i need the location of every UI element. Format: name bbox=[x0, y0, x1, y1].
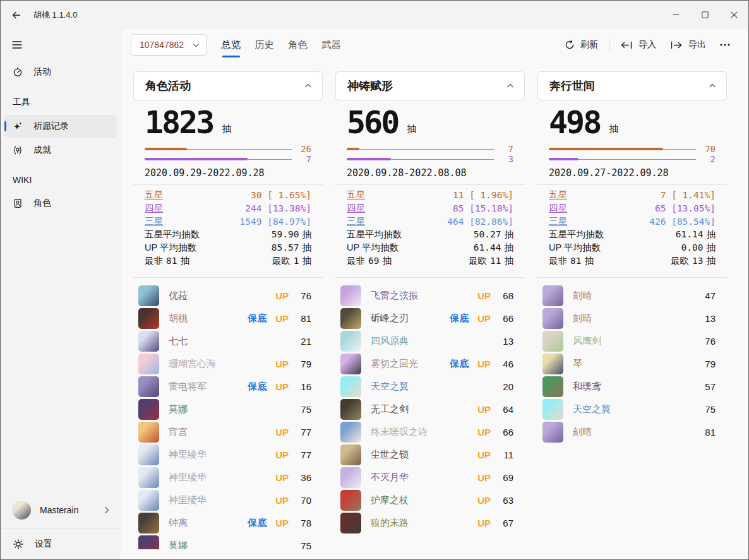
item-avatar bbox=[340, 376, 361, 397]
pull-list-item[interactable]: 雾切之回光 保底 UP 46 bbox=[340, 352, 513, 375]
five-star-link[interactable]: 五星 bbox=[347, 189, 365, 201]
sidebar-item-label: 祈愿记录 bbox=[33, 121, 69, 132]
pull-list-item[interactable]: 神里绫华 UP 70 bbox=[138, 489, 311, 511]
pull-list-item[interactable]: 护摩之杖 UP 63 bbox=[340, 489, 513, 511]
item-name: 狼的末路 bbox=[371, 517, 469, 529]
pull-list-item[interactable]: 胡桃 保底 UP 81 bbox=[138, 307, 311, 330]
maximize-button[interactable] bbox=[690, 1, 719, 29]
pull-list-item[interactable]: 天空之翼 75 bbox=[542, 398, 716, 420]
chevron-up-icon[interactable] bbox=[304, 82, 312, 90]
item-count: 77 bbox=[297, 450, 311, 460]
tab-overview[interactable]: 总览 bbox=[220, 29, 242, 61]
pull-list-item[interactable]: 风鹰剑 76 bbox=[542, 330, 716, 352]
avg-five-label: 五星平均抽数 bbox=[145, 229, 200, 241]
pull-list-item[interactable]: 优菈 UP 76 bbox=[138, 284, 311, 307]
close-icon bbox=[731, 11, 738, 18]
four-star-link[interactable]: 四星 bbox=[347, 202, 365, 214]
five-star-pity-value: 26 bbox=[297, 144, 311, 154]
pull-list-item[interactable]: 刻晴 47 bbox=[542, 284, 716, 307]
pull-list-item[interactable]: 神里绫华 UP 36 bbox=[138, 466, 311, 489]
avg-up-value: 61.44抽 bbox=[474, 242, 513, 254]
import-button[interactable]: 导入 bbox=[613, 34, 663, 56]
pull-list-item[interactable]: 琴 79 bbox=[542, 352, 716, 375]
five-star-link[interactable]: 五星 bbox=[145, 189, 163, 201]
export-arrow-icon bbox=[670, 41, 683, 49]
tab-history[interactable]: 历史 bbox=[253, 29, 275, 61]
pull-list-item[interactable]: 刻晴 13 bbox=[542, 307, 716, 330]
item-name: 尘世之锁 bbox=[371, 449, 469, 461]
pull-list-item[interactable]: 刻晴 81 bbox=[542, 420, 716, 443]
tab-character[interactable]: 角色 bbox=[287, 29, 309, 61]
pull-list-item[interactable]: 四风原典 13 bbox=[340, 330, 513, 352]
pull-list-item[interactable]: 莫娜 75 bbox=[138, 398, 311, 420]
chevron-up-icon[interactable] bbox=[506, 82, 514, 90]
pull-list-item[interactable]: 七七 21 bbox=[138, 330, 311, 352]
menu-toggle-button[interactable] bbox=[4, 34, 30, 56]
total-pulls-row: 498 抽 bbox=[549, 105, 716, 140]
pull-list-item[interactable]: 无工之剑 UP 64 bbox=[340, 398, 513, 420]
pull-list-item[interactable]: 斫峰之刃 保底 UP 66 bbox=[340, 307, 513, 330]
item-count: 66 bbox=[500, 427, 513, 438]
pull-list-item[interactable]: 天空之翼 20 bbox=[340, 375, 513, 398]
item-avatar bbox=[542, 285, 563, 306]
banner-card-header[interactable]: 奔行世间 bbox=[537, 71, 727, 100]
avg-up-value: 0.00抽 bbox=[681, 242, 716, 254]
sidebar-item-characters[interactable]: 角色 bbox=[4, 192, 117, 215]
sidebar-item-activity[interactable]: 活动 bbox=[4, 61, 117, 83]
tab-weapon[interactable]: 武器 bbox=[320, 29, 342, 61]
three-star-link[interactable]: 三星 bbox=[145, 215, 163, 227]
banner-panel: 神铸赋形 560 抽 7 3 2020.09.28-2022.08.08 bbox=[335, 71, 525, 549]
uid-selector[interactable]: 107847862 bbox=[131, 34, 207, 56]
five-star-link[interactable]: 五星 bbox=[549, 189, 567, 201]
pull-list-item[interactable]: 莫娜 75 bbox=[138, 534, 311, 549]
sidebar-item-achievements[interactable]: 成就 bbox=[4, 139, 117, 162]
item-name: 不灭月华 bbox=[371, 472, 469, 484]
total-pulls-row: 560 抽 bbox=[347, 105, 513, 140]
three-star-link[interactable]: 三星 bbox=[549, 215, 567, 227]
refresh-button[interactable]: 刷新 bbox=[558, 34, 605, 56]
up-badge: UP bbox=[275, 290, 289, 301]
pull-list-item[interactable]: 宵宫 UP 77 bbox=[138, 420, 311, 443]
pull-list-item[interactable]: 神里绫华 UP 77 bbox=[138, 443, 311, 466]
pull-list-item[interactable]: 终末嗟叹之诗 UP 66 bbox=[340, 420, 513, 443]
pull-list-item[interactable]: 钟离 保底 UP 78 bbox=[138, 511, 311, 534]
window-title: 胡桃 1.1.4.0 bbox=[33, 9, 77, 21]
four-star-link[interactable]: 四星 bbox=[549, 202, 567, 214]
item-avatar bbox=[340, 422, 361, 443]
pull-list-item[interactable]: 尘世之锁 UP 11 bbox=[340, 443, 513, 466]
item-name: 莫娜 bbox=[169, 540, 289, 550]
three-star-link[interactable]: 三星 bbox=[347, 215, 365, 227]
up-badge: UP bbox=[275, 495, 289, 506]
item-name: 终末嗟叹之诗 bbox=[371, 426, 469, 438]
minimize-button[interactable] bbox=[661, 1, 690, 29]
banner-card-header[interactable]: 角色活动 bbox=[133, 71, 323, 100]
chevron-up-icon[interactable] bbox=[709, 82, 716, 90]
sidebar-item-settings[interactable]: 设置 bbox=[1, 529, 121, 559]
banner-card-header[interactable]: 神铸赋形 bbox=[335, 71, 525, 100]
pull-list-item[interactable]: 珊瑚宫心海 UP 79 bbox=[138, 352, 311, 375]
up-badge: UP bbox=[477, 404, 491, 415]
more-button[interactable] bbox=[713, 34, 737, 56]
export-button[interactable]: 导出 bbox=[663, 34, 713, 56]
avg-five-value: 59.90抽 bbox=[272, 229, 311, 241]
user-account-row[interactable]: Masterain bbox=[1, 492, 121, 528]
settings-label: 设置 bbox=[35, 539, 52, 550]
back-button[interactable] bbox=[6, 6, 27, 25]
pull-list-item[interactable]: 和璞鸢 57 bbox=[542, 375, 716, 398]
pity-bars: 70 2 bbox=[549, 144, 716, 164]
pull-list: 刻晴 47 刻晴 13 风鹰剑 76 琴 79 和璞鸢 57 天空之翼 bbox=[537, 278, 727, 443]
main-panel: 107847862 总览 历史 角色 武器 刷新 bbox=[121, 29, 748, 559]
pull-list-item[interactable]: 飞雷之弦振 UP 68 bbox=[340, 284, 513, 307]
item-name: 飞雷之弦振 bbox=[371, 290, 469, 302]
pull-list-item[interactable]: 不灭月华 UP 69 bbox=[340, 466, 513, 489]
pull-list-item[interactable]: 狼的末路 UP 67 bbox=[340, 511, 513, 534]
best-pull: 最欧11抽 bbox=[469, 255, 513, 267]
four-star-link[interactable]: 四星 bbox=[145, 202, 163, 214]
sidebar-item-wish-history[interactable]: 祈愿记录 bbox=[4, 115, 117, 138]
close-button[interactable] bbox=[719, 1, 748, 29]
up-badge: UP bbox=[477, 427, 491, 438]
pull-list-item[interactable]: 雷电将军 保底 UP 16 bbox=[138, 375, 311, 398]
item-avatar bbox=[138, 331, 159, 352]
item-avatar bbox=[542, 308, 563, 329]
item-name: 四风原典 bbox=[371, 335, 491, 347]
